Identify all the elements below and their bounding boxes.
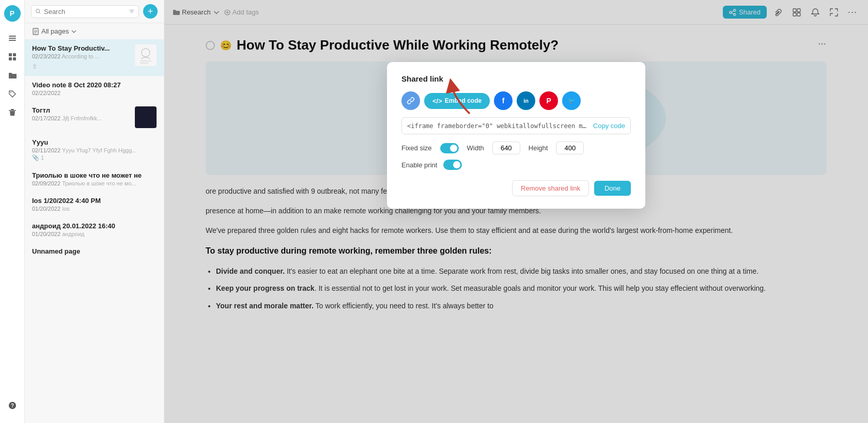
trash-icon — [8, 108, 17, 117]
page-item-date: 02/23/2022 According to ... — [32, 53, 131, 59]
width-label: Width — [467, 144, 484, 152]
chevron-down-icon — [71, 28, 77, 35]
all-pages-header[interactable]: All pages — [25, 23, 164, 39]
search-input[interactable] — [44, 8, 126, 15]
facebook-share-button[interactable]: f — [494, 91, 513, 110]
sidebar-icons: P — [0, 0, 25, 423]
page-item[interactable]: андроид 20.01.2022 16:40 01/20/2022 андр… — [25, 217, 164, 242]
page-item-title: Ios 1/20/2022 4:40 PM — [32, 197, 157, 205]
page-item[interactable]: Yyyu 02/11/2022 Yyyu Yfug7 Yfyf Fghh Hgg… — [25, 133, 164, 166]
page-item[interactable]: Ios 1/20/2022 4:40 PM 01/20/2022 Ios — [25, 192, 164, 217]
page-item-title: Yyyu — [32, 138, 157, 146]
trash-button[interactable] — [4, 104, 21, 121]
embed-code-label: Embed code — [445, 97, 482, 104]
search-icon — [36, 8, 41, 14]
page-item-title: андроид 20.01.2022 16:40 — [32, 222, 157, 230]
embed-code-icon: </> — [432, 97, 442, 105]
svg-rect-0 — [9, 36, 16, 37]
link-icon — [407, 97, 415, 105]
filter-icon — [129, 8, 134, 14]
linkedin-share-button[interactable]: in — [517, 91, 535, 110]
page-item-title: Unnamed page — [32, 247, 157, 255]
svg-rect-9 — [9, 110, 16, 111]
avatar-button[interactable]: P — [4, 5, 21, 22]
page-item-date: 02/22/2022 — [32, 90, 157, 96]
svg-rect-5 — [9, 57, 12, 60]
page-item-date: 02/17/2022 Jjfj Fnfmfmfkk... — [32, 115, 131, 121]
page-item-text: Ios 1/20/2022 4:40 PM 01/20/2022 Ios — [32, 197, 157, 212]
svg-text:?: ? — [10, 403, 13, 409]
pinterest-share-button[interactable]: P — [539, 91, 558, 110]
page-item[interactable]: Тогтл 02/17/2022 Jjfj Fnfmfmfkk... — [25, 101, 164, 133]
enable-print-label: Enable print — [401, 161, 437, 169]
page-item[interactable]: Триолью в шоке что не может не 02/09/202… — [25, 166, 164, 192]
copy-code-button[interactable]: Copy code — [593, 122, 625, 130]
page-item-date: 02/11/2022 Yyyu Yfug7 Yfyf Fghh Hggg... — [32, 147, 157, 153]
embed-code-button[interactable]: </> Embed code — [424, 93, 490, 109]
page-item-title: Триолью в шоке что не может не — [32, 171, 157, 179]
modal-title: Shared link — [401, 74, 631, 83]
modal-overlay: Shared link </> Embed code f in — [164, 0, 868, 423]
help-button[interactable]: ? — [4, 397, 21, 414]
search-box[interactable] — [31, 5, 139, 18]
page-item-text: Yyyu 02/11/2022 Yyyu Yfug7 Yfyf Fghh Hgg… — [32, 138, 157, 161]
svg-rect-1 — [9, 38, 16, 39]
page-item-date: 01/20/2022 андроид — [32, 231, 157, 237]
tag-button[interactable] — [4, 86, 21, 102]
menu-icon — [8, 34, 17, 42]
grid-button[interactable] — [4, 49, 21, 65]
share-link-button[interactable] — [401, 91, 420, 110]
grid-icon — [8, 53, 17, 61]
page-item-title: Тогтл — [32, 106, 131, 114]
height-label: Height — [529, 144, 548, 152]
page-item-text: Тогтл 02/17/2022 Jjfj Fnfmfmfkk... — [32, 106, 131, 121]
fixed-size-label: Fixed size — [401, 144, 432, 152]
svg-rect-4 — [13, 53, 16, 56]
all-pages-label: All pages — [41, 27, 69, 35]
code-row: <iframe frameborder="0" webkitallowfulls… — [401, 117, 631, 134]
page-item-title: How To Stay Productiv... — [32, 44, 131, 52]
height-input[interactable] — [556, 142, 584, 154]
page-item-text: Video note 8 Oct 2020 08:27 02/22/2022 — [32, 81, 157, 96]
page-item-title: Video note 8 Oct 2020 08:27 — [32, 81, 157, 89]
page-item-thumbnail — [135, 44, 157, 66]
options-row-size: Fixed size Width Height — [401, 142, 631, 154]
thumbnail-sketch — [135, 44, 157, 66]
menu-button[interactable] — [4, 30, 21, 46]
width-input[interactable] — [492, 142, 520, 154]
page-item-date: 01/20/2022 Ios — [32, 206, 157, 212]
page-item[interactable]: Video note 8 Oct 2020 08:27 02/22/2022 — [25, 76, 164, 101]
done-button[interactable]: Done — [594, 181, 631, 196]
pages-header: + — [25, 0, 164, 23]
page-item-text: Триолью в шоке что не может не 02/09/202… — [32, 171, 157, 186]
folder-icon — [8, 71, 17, 80]
enable-print-toggle[interactable] — [443, 160, 462, 170]
twitter-icon: 🐦 — [568, 97, 576, 104]
linkedin-icon: in — [523, 98, 529, 104]
page-item[interactable]: How To Stay Productiv... 02/23/2022 Acco… — [25, 39, 164, 76]
svg-rect-6 — [13, 57, 16, 60]
svg-rect-2 — [9, 40, 16, 41]
facebook-icon: f — [502, 97, 505, 105]
folder-button[interactable] — [4, 67, 21, 84]
share-icon: ⇧ — [32, 63, 37, 70]
shared-link-modal: Shared link </> Embed code f in — [387, 62, 645, 209]
svg-line-13 — [39, 12, 40, 13]
pages-panel: + All pages How To Stay Productiv... 02/… — [25, 0, 164, 423]
page-item[interactable]: Unnamed page — [25, 242, 164, 260]
tag-icon — [8, 90, 17, 98]
main-content: Research Add tags Shar — [164, 0, 868, 423]
modal-footer: Remove shared link Done — [401, 180, 631, 196]
help-icon: ? — [8, 401, 17, 410]
twitter-share-button[interactable]: 🐦 — [562, 91, 581, 110]
page-item-date: 02/09/2022 Триолью в шоке что не мо... — [32, 180, 157, 186]
add-page-button[interactable]: + — [143, 4, 158, 19]
pages-icon — [32, 28, 39, 35]
options-row-print: Enable print — [401, 160, 631, 170]
page-item-text: Unnamed page — [32, 247, 157, 255]
page-list: How To Stay Productiv... 02/23/2022 Acco… — [25, 39, 164, 423]
fixed-size-toggle[interactable] — [440, 143, 459, 153]
page-item-text: андроид 20.01.2022 16:40 01/20/2022 андр… — [32, 222, 157, 237]
share-buttons-row: </> Embed code f in P 🐦 — [401, 91, 631, 110]
remove-shared-button[interactable]: Remove shared link — [512, 180, 589, 196]
